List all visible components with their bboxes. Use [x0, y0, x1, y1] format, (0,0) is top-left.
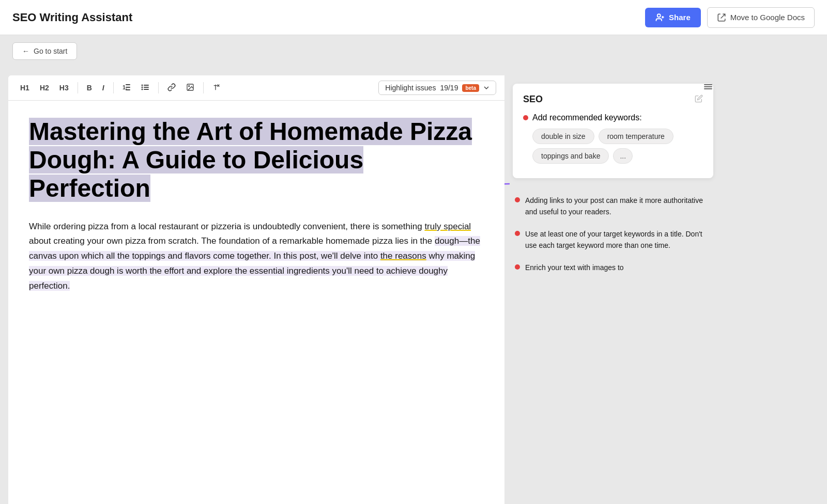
seo-title: SEO: [523, 94, 543, 105]
svg-point-10: [141, 88, 143, 90]
move-label: Move to Google Docs: [730, 13, 805, 22]
highlighted-text-2: dough—the canvas upon which all the topp…: [29, 236, 480, 291]
separator-1: [78, 82, 78, 93]
tip-item-3: Enrich your text with images to: [515, 262, 711, 273]
tip-text-3: Enrich your text with images to: [525, 262, 624, 273]
image-button[interactable]: [182, 81, 198, 95]
tip-text-2: Use at least one of your target keywords…: [525, 228, 711, 251]
go-start-label: Go to start: [34, 47, 67, 55]
unordered-list-button[interactable]: [137, 81, 153, 95]
tip-dot-2: [515, 231, 520, 236]
share-icon: [655, 13, 665, 22]
h1-button[interactable]: H1: [17, 82, 33, 94]
link-icon: [167, 83, 176, 91]
header-actions: Share Move to Google Docs: [645, 7, 815, 28]
right-panel: SEO Add recommended keywords: double in …: [504, 75, 722, 504]
app-title: SEO Writing Assistant: [12, 11, 132, 24]
keywords-label-row: Add recommended keywords:: [523, 113, 703, 122]
svg-rect-5: [126, 84, 130, 85]
separator-4: [203, 82, 204, 93]
red-dot-1: [523, 115, 528, 120]
bold-button[interactable]: B: [83, 82, 96, 94]
tip-dot-3: [515, 264, 520, 270]
keyword-chips: double in size room temperature toppings…: [523, 129, 703, 164]
sub-header: ← Go to start: [0, 35, 827, 67]
editor-panel: H1 H2 H3 B I 1.: [8, 75, 504, 504]
svg-rect-13: [144, 89, 149, 90]
svg-rect-7: [126, 89, 130, 90]
seo-card-header: SEO: [523, 94, 703, 105]
keyword-chip-2[interactable]: room temperature: [599, 129, 673, 144]
image-icon: [186, 83, 194, 91]
main-layout: H1 H2 H3 B I 1.: [0, 67, 827, 504]
svg-rect-6: [126, 87, 130, 88]
italic-button[interactable]: I: [99, 82, 108, 94]
clear-format-button[interactable]: [209, 81, 224, 95]
share-label: Share: [669, 13, 691, 22]
tip-text-1: Adding links to your post can make it mo…: [525, 195, 711, 218]
tip-item-2: Use at least one of your target keywords…: [515, 228, 711, 251]
ordered-list-button[interactable]: 1.: [119, 81, 134, 95]
h2-button[interactable]: H2: [36, 82, 53, 94]
svg-point-9: [141, 86, 143, 88]
link-button[interactable]: [164, 81, 179, 95]
tip-dot-1: [515, 197, 520, 202]
tip-item-1: Adding links to your post can make it mo…: [515, 195, 711, 218]
keyword-chip-3[interactable]: toppings and bake: [532, 148, 609, 164]
clear-format-icon: [212, 83, 221, 91]
highlight-count: 19/19: [440, 84, 458, 92]
share-button[interactable]: Share: [645, 8, 701, 27]
tips-section: Adding links to your post can make it mo…: [504, 186, 722, 292]
svg-point-8: [141, 84, 143, 86]
highlight-issues-button[interactable]: Highlight issues 19/19 beta: [378, 81, 496, 95]
move-icon: [717, 13, 726, 22]
separator-3: [158, 82, 159, 93]
svg-rect-12: [144, 87, 149, 88]
go-to-start-button[interactable]: ← Go to start: [12, 42, 77, 60]
svg-rect-22: [704, 88, 712, 89]
highlighted-text-3: the reasons: [380, 251, 426, 261]
svg-rect-20: [704, 84, 712, 85]
svg-point-0: [657, 14, 661, 17]
unordered-list-icon: [141, 83, 149, 91]
editor-content[interactable]: Mastering the Art of Homemade Pizza Doug…: [8, 101, 504, 504]
keywords-label: Add recommended keywords:: [532, 113, 642, 122]
separator-2: [113, 82, 114, 93]
arrow-left-icon: ←: [22, 47, 29, 55]
more-chips-button[interactable]: ...: [613, 148, 633, 164]
seo-card: SEO Add recommended keywords: double in …: [513, 84, 713, 178]
keyword-chip-1[interactable]: double in size: [532, 129, 594, 144]
beta-badge: beta: [462, 84, 479, 92]
article-title: Mastering the Art of Homemade Pizza Doug…: [29, 117, 484, 203]
menu-icon: [703, 82, 713, 92]
header: SEO Writing Assistant Share Move to Goog…: [0, 0, 827, 35]
article-body: While ordering pizza from a local restau…: [29, 219, 484, 294]
highlighted-text-1: truly special: [424, 222, 471, 231]
keywords-section: Add recommended keywords: double in size…: [523, 113, 703, 164]
chevron-down-icon: [483, 85, 489, 91]
svg-point-15: [188, 85, 189, 86]
ordered-list-icon: 1.: [122, 83, 131, 91]
toolbar: H1 H2 H3 B I 1.: [8, 75, 504, 101]
svg-rect-21: [704, 86, 712, 87]
h3-button[interactable]: H3: [56, 82, 72, 94]
svg-rect-11: [144, 85, 149, 86]
highlight-label: Highlight issues: [385, 84, 436, 92]
edit-icon[interactable]: [695, 94, 703, 105]
svg-line-3: [721, 14, 725, 18]
move-to-docs-button[interactable]: Move to Google Docs: [707, 7, 815, 28]
panel-menu-button[interactable]: [703, 82, 713, 94]
